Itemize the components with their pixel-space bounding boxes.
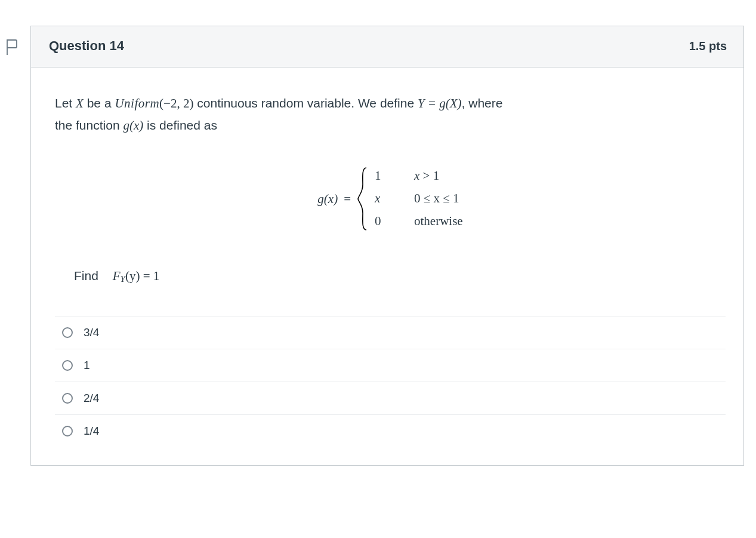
left-brace-icon xyxy=(357,167,370,231)
find-label: Find xyxy=(74,269,98,282)
answer-label: 1 xyxy=(84,359,90,372)
answer-label: 2/4 xyxy=(84,392,99,405)
answer-radio[interactable] xyxy=(62,426,73,436)
answer-radio[interactable] xyxy=(62,360,73,371)
question-body: Let X be a Uniform(−2, 2) continuous ran… xyxy=(31,67,743,465)
answer-list: 3/4 1 2/4 1/4 xyxy=(55,316,726,447)
answer-label: 3/4 xyxy=(84,326,99,339)
find-sub: Y xyxy=(121,273,125,283)
answer-option[interactable]: 3/4 xyxy=(55,316,726,349)
var-X: X xyxy=(76,96,84,110)
cond-op: > xyxy=(419,168,433,183)
text-fragment: is defined as xyxy=(143,118,217,132)
find-arg: (y) xyxy=(125,269,140,283)
find-line: Find FY(y) = 1 xyxy=(74,269,726,284)
cond-val: 1 xyxy=(433,168,440,183)
answer-label: 1/4 xyxy=(84,425,99,438)
text-fragment: Let xyxy=(55,96,76,110)
piecewise-cases: 1 x > 1 x 0 ≤ x ≤ 1 0 otherwise xyxy=(375,165,463,232)
case-cond: otherwise xyxy=(397,210,463,233)
case-val: 1 xyxy=(375,165,397,187)
find-eq: = 1 xyxy=(140,269,159,283)
question-header: Question 14 1.5 pts xyxy=(31,26,743,67)
find-expression: FY(y) = 1 xyxy=(113,269,160,283)
text-fragment: be a xyxy=(84,96,115,110)
case-cond: 0 ≤ x ≤ 1 xyxy=(397,187,459,210)
question-title: Question 14 xyxy=(49,38,124,54)
piecewise-definition: g(x) = 1 x > 1 x 0 ≤ xyxy=(55,165,726,232)
question-card: Question 14 1.5 pts Let X be a Uniform(−… xyxy=(30,26,744,466)
answer-option[interactable]: 2/4 xyxy=(55,382,726,414)
dist-name: Uniform xyxy=(115,96,159,110)
dist-args: (−2, 2) xyxy=(159,96,193,110)
case-cond: x > 1 xyxy=(397,165,439,187)
answer-radio[interactable] xyxy=(62,393,73,404)
eq-Y: Y = g(X) xyxy=(418,96,462,110)
answer-option[interactable]: 1 xyxy=(55,349,726,382)
answer-radio[interactable] xyxy=(62,327,73,338)
text-fragment: continuous random variable. We define xyxy=(193,96,418,110)
cond-var: x xyxy=(414,168,419,183)
gx: g(x) xyxy=(123,118,143,133)
answer-option[interactable]: 1/4 xyxy=(55,414,726,447)
case-val: x xyxy=(375,187,397,210)
question-points: 1.5 pts xyxy=(689,39,727,53)
text-fragment: the function xyxy=(55,118,123,132)
find-F: F xyxy=(113,269,121,283)
piecewise-lhs: g(x) xyxy=(317,192,338,207)
question-text: Let X be a Uniform(−2, 2) continuous ran… xyxy=(55,93,726,136)
flag-icon[interactable] xyxy=(5,38,19,56)
equals-sign: = xyxy=(344,192,351,207)
text-fragment: , where xyxy=(462,96,503,110)
case-val: 0 xyxy=(375,210,397,233)
